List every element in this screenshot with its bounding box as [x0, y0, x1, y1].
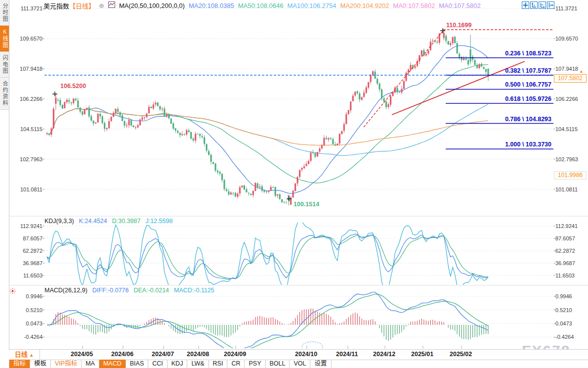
x-axis-label: 2025/01 — [411, 351, 433, 358]
x-axis-label: 2024/11 — [336, 351, 358, 358]
period-selector[interactable]: 日线 ▲ — [9, 350, 40, 360]
main-y-axis-label: 109.6570 — [14, 36, 42, 42]
chart-window-controls — [522, 1, 554, 9]
toolbar-template-button[interactable]: 模板 — [30, 360, 51, 368]
ma20-value: MA20:108.0385 — [189, 2, 234, 9]
sidebar-tab-contract-info[interactable]: 合约资料 — [0, 78, 9, 110]
kdj-y-axis-label: 87.6057 — [555, 235, 575, 241]
symbol-name: 美元指数 — [43, 2, 69, 10]
kdj-k-value: K:24.4524 — [79, 218, 107, 225]
toolbar-psy-button[interactable]: PSY — [245, 360, 265, 368]
ma200-value: MA200:104.9202 — [340, 2, 389, 9]
main-y-axis-label: 102.7963 — [555, 156, 578, 162]
toolbar-cr-button[interactable]: CR — [227, 360, 245, 368]
toolbar-cci-button[interactable]: CCI — [148, 360, 168, 368]
main-y-axis-label: 101.0811 — [14, 186, 42, 192]
ma0-value-2: MA0:107.5802 — [439, 2, 481, 9]
toolbar-bias-button[interactable]: BIAS — [126, 360, 149, 368]
macd-diff-value: DIFF:-0.0776 — [92, 287, 129, 294]
macd-y-axis-label: 0.9946 — [555, 293, 572, 299]
price-up-arrow-icon: ▲ — [579, 69, 584, 74]
sidebar-tab-candlestick[interactable]: K线图 — [0, 26, 9, 52]
main-y-axis-label: 106.2266 — [555, 96, 578, 102]
main-y-axis-label: 104.5115 — [555, 126, 578, 132]
sidebar-tab-timeline[interactable]: 分时图 — [0, 0, 9, 26]
main-y-axis-label: 102.7963 — [14, 156, 42, 162]
main-y-axis-label: 111.3721 — [555, 5, 577, 11]
main-y-axis-label: 111.3721 — [14, 5, 42, 11]
toolbar-macd-button[interactable]: MACD — [99, 360, 126, 368]
kdj-y-axis-label: 62.2872 — [14, 248, 42, 254]
sidebar-tab-flash[interactable]: 闪电图 — [0, 52, 9, 78]
scale-y-axis-icon[interactable] — [530, 1, 538, 9]
x-axis-label: 2024/07 — [152, 351, 174, 358]
crosshair-icon[interactable] — [522, 1, 529, 9]
kdj-y-axis-label: 112.9241 — [555, 223, 578, 229]
current-price-tag: 107.5802 — [554, 74, 587, 83]
toolbar-settings-button[interactable]: 设置 — [310, 360, 331, 368]
fib-level-label: 1.000 \ 103.3730 — [505, 141, 551, 148]
pan-right-icon[interactable] — [547, 1, 554, 9]
period-tag: 【日线】 — [69, 2, 95, 10]
toolbar-lw-button[interactable]: LW& — [187, 360, 209, 368]
x-axis-label: 2024/09 — [224, 351, 246, 358]
chart-application: 分时图 K线图 闪电图 合约资料 FX678 0.236 \ 108.57230… — [0, 0, 588, 368]
toolbar-boll-button[interactable]: BOLL — [266, 360, 290, 368]
ma0-value-1: MA0:107.5802 — [393, 2, 435, 9]
macd-y-axis-label: 0.5210 — [555, 307, 572, 313]
x-axis-label: 2024/06 — [111, 351, 133, 358]
chart-type-sidebar: 分时图 K线图 闪电图 合约资料 — [0, 0, 9, 368]
main-y-axis-label: 107.9418 — [14, 66, 42, 72]
toolbar-kdj-button[interactable]: KDJ — [168, 360, 188, 368]
indicator-toolbar: 指标 模板 VIP指标 MA MACD BIAS CCI KDJ LW& RSI… — [9, 360, 332, 368]
fib-level-label: 0.236 \ 108.5723 — [505, 50, 551, 57]
ma100-value: MA100:106.2754 — [288, 2, 336, 9]
main-y-axis-label: 104.5115 — [14, 126, 42, 132]
toolbar-indicators-button[interactable]: 指标 — [9, 360, 30, 368]
toolbar-rsi-button[interactable]: RSI — [209, 360, 228, 368]
x-axis-label: 2024/08 — [187, 351, 209, 358]
chevron-up-icon: ▲ — [29, 353, 34, 358]
main-y-axis-label: 107.9418 — [555, 66, 578, 72]
x-axis-label: 2024/12 — [373, 351, 395, 358]
macd-title: MACD(26,12,9) — [44, 287, 87, 294]
toolbar-vip-indicators-button[interactable]: VIP指标 — [51, 360, 82, 368]
fib-level-label: 0.786 \ 104.8293 — [505, 116, 551, 123]
x-axis-label: 2024/05 — [71, 351, 93, 358]
x-axis-label: 2025/02 — [450, 351, 472, 358]
price-extreme-label: 106.5200 — [60, 83, 86, 90]
toolbar-vol-button[interactable]: VOL — [290, 360, 310, 368]
fib-level-label: 0.500 \ 106.7757 — [505, 81, 551, 88]
main-y-axis-label: 101.0811 — [555, 186, 578, 192]
macd-y-axis-label: 0.5210 — [14, 307, 42, 313]
alert-sun-icon[interactable] — [9, 287, 16, 296]
expand-icon[interactable]: ⊕ — [99, 2, 104, 9]
scale-x-axis-icon[interactable] — [539, 1, 546, 9]
macd-dea-value: DEA:-0.0214 — [133, 287, 169, 294]
kdj-y-axis-label: 36.9687 — [555, 260, 575, 266]
main-y-axis-label: 106.2266 — [14, 96, 42, 102]
ma-chart-icon[interactable] — [108, 1, 115, 9]
ma50-value: MA50:108.0646 — [238, 2, 284, 9]
ma-settings-label: MA(20,50,100,200,0,0) — [119, 2, 185, 9]
kdj-y-axis-label: 87.6057 — [14, 235, 42, 241]
fib-level-label: 0.618 \ 105.9726 — [505, 95, 551, 102]
macd-header: MACD(26,12,9) DIFF:-0.0776 DEA:-0.0214 M… — [44, 287, 214, 294]
period-selector-label: 日线 — [15, 351, 28, 358]
secondary-price-tag: 101.9986 — [554, 171, 587, 180]
kdj-j-value: J:12.5598 — [145, 218, 172, 225]
chart-canvas[interactable]: 0.236 \ 108.57230.382 \ 107.57870.500 \ … — [0, 0, 588, 368]
macd-y-axis-label: -0.4264 — [555, 334, 574, 340]
kdj-title: KDJ(9,3,3) — [44, 218, 74, 225]
kdj-y-axis-label: 36.9687 — [14, 260, 42, 266]
macd-y-axis-label: 0.0473 — [14, 321, 42, 326]
macd-y-axis-label: -0.4264 — [14, 334, 42, 340]
toolbar-ma-button[interactable]: MA — [82, 360, 99, 368]
kdj-header: KDJ(9,3,3) K:24.4524 D:30.3987 J:12.5598 — [44, 218, 172, 225]
x-axis-label: 2024/10 — [295, 351, 317, 358]
kdj-y-axis-label: 11.6503 — [555, 273, 575, 278]
main-y-axis-label: 109.6570 — [555, 36, 578, 42]
symbol-period: 美元指数【日线】 — [43, 1, 95, 10]
fib-level-label: 0.382 \ 107.5787 — [505, 67, 551, 74]
kdj-d-value: D:30.3987 — [112, 218, 141, 225]
